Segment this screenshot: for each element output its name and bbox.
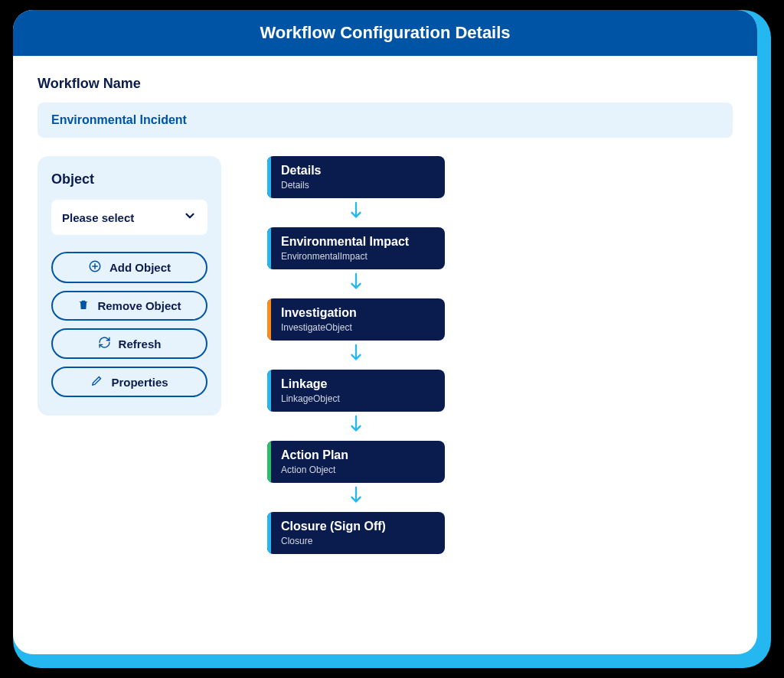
remove-object-label: Remove Object bbox=[97, 299, 181, 312]
arrow-down-icon bbox=[348, 415, 364, 438]
step-subtitle: Details bbox=[281, 180, 434, 191]
refresh-button[interactable]: Refresh bbox=[51, 328, 207, 359]
properties-label: Properties bbox=[111, 376, 168, 389]
arrow-down-icon bbox=[348, 344, 364, 367]
step-subtitle: Closure bbox=[281, 536, 434, 546]
step-subtitle: EnvironmentalImpact bbox=[281, 251, 434, 262]
object-panel: Object Please select Add Object bbox=[38, 156, 221, 416]
arrow-down-icon bbox=[348, 201, 364, 224]
window-title: Workflow Configuration Details bbox=[260, 23, 510, 43]
step-accent bbox=[267, 512, 271, 554]
remove-object-button[interactable]: Remove Object bbox=[51, 291, 207, 321]
add-object-label: Add Object bbox=[109, 261, 171, 274]
step-title: Investigation bbox=[281, 306, 434, 320]
content-area: Workflow Name Object Please select bbox=[13, 56, 757, 574]
workflow-step[interactable]: Action PlanAction Object bbox=[267, 441, 445, 483]
step-accent bbox=[267, 370, 271, 412]
workflow-step[interactable]: InvestigationInvestigateObject bbox=[267, 298, 445, 341]
object-panel-title: Object bbox=[51, 171, 207, 187]
object-select[interactable]: Please select bbox=[51, 200, 207, 235]
workflow-step[interactable]: Environmental ImpactEnvironmentalImpact bbox=[267, 227, 445, 269]
workflow-name-label: Workflow Name bbox=[38, 76, 733, 92]
app-window: Workflow Configuration Details Workflow … bbox=[13, 10, 757, 654]
properties-button[interactable]: Properties bbox=[51, 367, 207, 397]
chevron-down-icon bbox=[183, 209, 197, 226]
refresh-icon bbox=[98, 336, 111, 351]
object-actions: Add Object Remove Object bbox=[51, 252, 207, 397]
step-title: Environmental Impact bbox=[281, 235, 434, 249]
arrow-down-icon bbox=[348, 272, 364, 295]
step-subtitle: InvestigateObject bbox=[281, 322, 434, 333]
title-bar: Workflow Configuration Details bbox=[13, 10, 757, 56]
add-object-button[interactable]: Add Object bbox=[51, 252, 207, 283]
object-select-placeholder: Please select bbox=[62, 211, 134, 224]
trash-icon bbox=[77, 298, 90, 313]
step-title: Details bbox=[281, 164, 434, 178]
workflow-name-input[interactable] bbox=[38, 103, 733, 138]
workflow-step[interactable]: LinkageLinkageObject bbox=[267, 370, 445, 412]
workflow-flow: DetailsDetailsEnvironmental ImpactEnviro… bbox=[267, 156, 445, 554]
plus-circle-icon bbox=[88, 259, 102, 275]
step-accent bbox=[267, 156, 271, 198]
arrow-down-icon bbox=[348, 486, 364, 509]
refresh-label: Refresh bbox=[119, 337, 162, 350]
step-subtitle: LinkageObject bbox=[281, 393, 434, 404]
step-subtitle: Action Object bbox=[281, 464, 434, 475]
body-row: Object Please select Add Object bbox=[38, 156, 733, 554]
workflow-step[interactable]: DetailsDetails bbox=[267, 156, 445, 198]
pencil-icon bbox=[90, 374, 103, 390]
step-title: Action Plan bbox=[281, 448, 434, 462]
step-accent bbox=[267, 441, 271, 483]
step-accent bbox=[267, 227, 271, 269]
workflow-step[interactable]: Closure (Sign Off)Closure bbox=[267, 512, 445, 554]
step-title: Closure (Sign Off) bbox=[281, 520, 434, 533]
outer-frame: Workflow Configuration Details Workflow … bbox=[13, 10, 771, 668]
step-accent bbox=[267, 298, 271, 341]
step-title: Linkage bbox=[281, 377, 434, 391]
